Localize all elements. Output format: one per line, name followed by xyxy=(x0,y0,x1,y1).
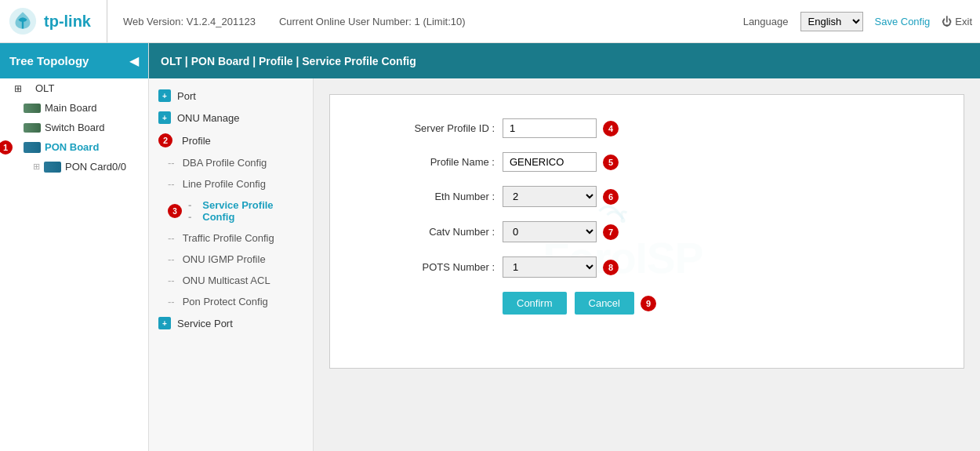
nav-line-profile-label: Line Profile Config xyxy=(183,178,266,190)
sidebar-item-pon-board[interactable]: 1 PON Board xyxy=(0,137,148,157)
step-badge-8: 8 xyxy=(603,260,619,275)
content-area: OLT | PON Board | Profile | Service Prof… xyxy=(149,43,980,451)
sidebar-item-olt[interactable]: ⊞ OLT xyxy=(0,78,148,98)
form-row-catv-number: Catv Number : 0 1 2 7 xyxy=(361,221,932,242)
step-badge-6: 6 xyxy=(603,189,619,205)
sidebar: Tree Topology ◀ ⊞ OLT Main Board Switch … xyxy=(0,43,149,451)
breadcrumb-text: OLT | PON Board | Profile | Service Prof… xyxy=(161,55,416,67)
nav-service-port-label: Service Port xyxy=(177,318,233,329)
main-panel: + Port + ONU Manage 2 Profile -- DBA Pro… xyxy=(149,78,980,451)
service-dash: -- xyxy=(188,199,194,223)
multicast-dash: -- xyxy=(168,275,175,286)
form-container: ForoISP Server Profile ID : 4 Profile Na… xyxy=(329,94,964,369)
catv-number-select[interactable]: 0 1 2 xyxy=(503,221,597,242)
step-badge-7: 7 xyxy=(603,224,619,240)
port-expand-icon: + xyxy=(158,89,171,102)
nav-item-pon-protect[interactable]: -- Pon Protect Config xyxy=(149,291,313,312)
header-info: Web Version: V1.2.4_201123 Current Onlin… xyxy=(107,16,743,27)
nav-item-onu-igmp[interactable]: -- ONU IGMP Profile xyxy=(149,249,313,270)
sidebar-item-main-board-label: Main Board xyxy=(45,102,96,114)
form-row-profile-name: Profile Name : 5 xyxy=(361,152,932,172)
eth-number-select[interactable]: 2 0 1 3 4 xyxy=(503,186,597,207)
sidebar-item-olt-label: OLT xyxy=(35,82,54,94)
nav-item-traffic-profile[interactable]: -- Traffic Profile Config xyxy=(149,227,313,249)
step-badge-4: 4 xyxy=(603,121,619,136)
main-board-icon xyxy=(24,104,41,113)
exit-label: Exit xyxy=(955,16,972,27)
language-label: Language xyxy=(743,16,789,27)
header: tp-link Web Version: V1.2.4_201123 Curre… xyxy=(0,0,980,43)
nav-profile-label: Profile xyxy=(182,135,211,147)
pon-card-prefix: ⊞ xyxy=(33,162,40,172)
nav-onu-multicast-label: ONU Multicast ACL xyxy=(183,275,270,286)
nav-onu-manage-label: ONU Manage xyxy=(177,112,239,124)
nav-item-line-profile[interactable]: -- Line Profile Config xyxy=(149,173,313,195)
nav-item-dba-profile[interactable]: -- DBA Profile Config xyxy=(149,152,313,173)
header-right: Language English Chinese Save Config ⏻ E… xyxy=(743,12,972,31)
nav-traffic-profile-label: Traffic Profile Config xyxy=(183,232,274,244)
logo-text: tp-link xyxy=(44,13,91,31)
sidebar-item-switch-board-label: Switch Board xyxy=(45,122,105,133)
tp-link-logo-icon xyxy=(8,6,38,36)
pots-number-label: POTS Number : xyxy=(361,261,503,273)
sidebar-title: Tree Topology xyxy=(9,54,89,67)
nav-item-onu-manage[interactable]: + ONU Manage xyxy=(149,107,313,129)
nav-item-service-port[interactable]: + Service Port xyxy=(149,312,313,334)
form-row-eth-number: Eth Number : 2 0 1 3 4 6 xyxy=(361,186,932,207)
protect-dash: -- xyxy=(168,296,175,307)
nav-item-onu-multicast[interactable]: -- ONU Multicast ACL xyxy=(149,270,313,291)
catv-number-label: Catv Number : xyxy=(361,226,503,238)
sidebar-item-pon-card[interactable]: ⊞ PON Card0/0 xyxy=(0,157,148,176)
logo-area: tp-link xyxy=(8,0,107,42)
eth-number-label: Eth Number : xyxy=(361,191,503,202)
profile-name-input[interactable] xyxy=(503,152,597,172)
server-profile-id-label: Server Profile ID : xyxy=(361,122,503,134)
service-profile-badge: 3 xyxy=(168,204,182,218)
breadcrumb: OLT | PON Board | Profile | Service Prof… xyxy=(149,43,980,78)
switch-board-icon xyxy=(24,123,41,133)
step-badge-5: 5 xyxy=(603,155,619,170)
power-icon: ⏻ xyxy=(942,16,952,27)
nav-item-service-profile[interactable]: 3 -- Service Profile Config xyxy=(149,195,313,227)
sidebar-item-pon-card-label: PON Card0/0 xyxy=(65,161,126,173)
onu-manage-expand-icon: + xyxy=(158,111,171,124)
nav-service-profile-label: Service Profile Config xyxy=(202,199,303,223)
sidebar-item-main-board[interactable]: Main Board xyxy=(0,98,148,118)
nav-item-port[interactable]: + Port xyxy=(149,85,313,107)
pon-board-badge: 1 xyxy=(0,140,13,155)
line-dash: -- xyxy=(168,178,175,190)
olt-icon: ⊞ xyxy=(14,83,31,94)
exit-button[interactable]: ⏻ Exit xyxy=(942,16,972,27)
nav-pon-protect-label: Pon Protect Config xyxy=(183,296,268,307)
side-nav: + Port + ONU Manage 2 Profile -- DBA Pro… xyxy=(149,78,314,451)
online-user-label: Current Online User Number: 1 (Limit:10) xyxy=(279,16,466,27)
profile-name-label: Profile Name : xyxy=(361,156,503,168)
profile-badge: 2 xyxy=(158,133,172,147)
traffic-dash: -- xyxy=(168,232,175,244)
cancel-button[interactable]: Cancel xyxy=(575,292,634,315)
step-badge-9: 9 xyxy=(641,296,656,311)
form-row-server-profile-id: Server Profile ID : 4 xyxy=(361,118,932,138)
form-row-buttons: Confirm Cancel 9 xyxy=(361,292,932,315)
pon-board-icon xyxy=(24,142,41,153)
pots-number-select[interactable]: 1 0 2 xyxy=(503,256,597,278)
nav-item-profile[interactable]: 2 Profile xyxy=(149,129,313,152)
nav-port-label: Port xyxy=(177,90,196,102)
sidebar-item-switch-board[interactable]: Switch Board xyxy=(0,118,148,137)
save-config-button[interactable]: Save Config xyxy=(875,16,931,27)
confirm-button[interactable]: Confirm xyxy=(503,292,567,315)
form-row-pots-number: POTS Number : 1 0 2 8 xyxy=(361,256,932,278)
language-select[interactable]: English Chinese xyxy=(800,12,863,31)
sidebar-item-pon-board-label: PON Board xyxy=(45,141,99,153)
nav-dba-profile-label: DBA Profile Config xyxy=(183,157,267,169)
form-area: ForoISP Server Profile ID : 4 Profile Na… xyxy=(314,78,980,451)
igmp-dash: -- xyxy=(168,253,175,265)
main-layout: Tree Topology ◀ ⊞ OLT Main Board Switch … xyxy=(0,43,980,451)
sidebar-header: Tree Topology ◀ xyxy=(0,43,148,78)
web-version-label: Web Version: V1.2.4_201123 xyxy=(123,16,256,27)
dba-dash: -- xyxy=(168,157,175,169)
server-profile-id-input[interactable] xyxy=(503,118,597,138)
sidebar-collapse-button[interactable]: ◀ xyxy=(129,53,139,68)
service-port-expand-icon: + xyxy=(158,317,171,329)
pon-card-icon xyxy=(44,162,61,173)
